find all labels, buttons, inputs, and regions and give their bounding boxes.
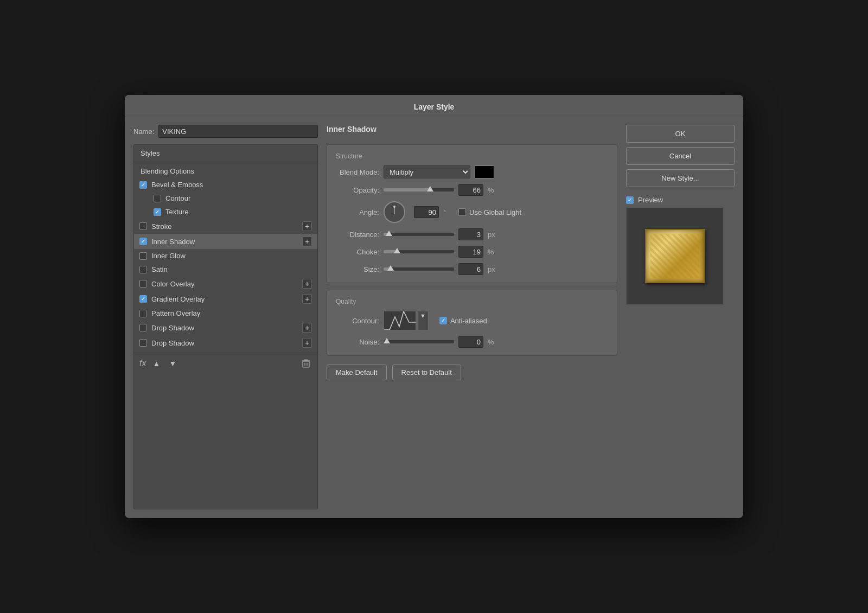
sidebar-item-drop-shadow-2[interactable]: Drop Shadow +	[134, 335, 317, 350]
styles-panel: Styles Blending Options Bevel & Emboss	[133, 144, 318, 509]
contour-dropdown[interactable]: ▼	[417, 311, 429, 330]
structure-section: Structure Blend Mode: Multiply Normal Sc…	[327, 144, 617, 283]
size-slider-container	[384, 267, 454, 271]
choke-slider[interactable]	[384, 250, 454, 253]
inner-glow-checkbox[interactable]	[139, 252, 147, 260]
preview-label-row: Preview	[626, 196, 735, 204]
move-down-button[interactable]: ▼	[167, 357, 178, 369]
cancel-button[interactable]: Cancel	[626, 147, 735, 165]
sidebar-item-stroke[interactable]: Stroke +	[134, 219, 317, 234]
pattern-overlay-label: Pattern Overlay	[151, 309, 312, 317]
distance-label: Distance:	[336, 231, 379, 239]
gradient-overlay-add-button[interactable]: +	[302, 294, 312, 304]
right-panel: OK Cancel New Style... Preview	[626, 125, 735, 509]
sidebar-item-texture[interactable]: Texture	[134, 205, 317, 219]
inner-glow-label: Inner Glow	[151, 252, 312, 260]
color-overlay-label: Color Overlay	[151, 280, 298, 288]
dialog-title: Layer Style	[125, 95, 743, 117]
stroke-checkbox[interactable]	[139, 222, 147, 230]
panel-footer: fx ▲ ▼	[134, 353, 317, 374]
layer-style-dialog: Layer Style Name: Styles Blending Option…	[125, 95, 743, 518]
ok-button[interactable]: OK	[626, 125, 735, 143]
reset-to-default-button[interactable]: Reset to Default	[392, 365, 461, 380]
drop-shadow-1-add-button[interactable]: +	[302, 323, 312, 333]
contour-preview[interactable]	[384, 311, 416, 330]
svg-rect-4	[304, 360, 308, 361]
anti-aliased-row[interactable]: Anti-aliased	[439, 317, 487, 325]
quality-section: Quality Contour: ▼ Anti-alia	[327, 290, 617, 356]
angle-dial[interactable]	[384, 201, 405, 223]
inner-shadow-add-button[interactable]: +	[302, 237, 312, 246]
stroke-add-button[interactable]: +	[302, 221, 312, 231]
color-overlay-checkbox[interactable]	[139, 280, 147, 288]
structure-label: Structure	[336, 152, 608, 160]
noise-unit: %	[488, 338, 499, 346]
inner-shadow-checkbox[interactable]	[139, 238, 147, 245]
drop-shadow-2-checkbox[interactable]	[139, 339, 147, 347]
sidebar-item-bevel-emboss[interactable]: Bevel & Emboss	[134, 178, 317, 191]
size-label: Size:	[336, 265, 379, 273]
anti-aliased-checkbox[interactable]	[439, 317, 447, 324]
move-up-button[interactable]: ▲	[150, 357, 162, 369]
distance-slider[interactable]	[384, 233, 454, 236]
color-overlay-add-button[interactable]: +	[302, 279, 312, 289]
sidebar-item-inner-glow[interactable]: Inner Glow	[134, 249, 317, 263]
size-row: Size: px	[336, 263, 608, 275]
choke-slider-container	[384, 250, 454, 253]
texture-checkbox[interactable]	[154, 208, 161, 216]
stroke-label: Stroke	[151, 222, 298, 231]
center-panel: Inner Shadow Structure Blend Mode: Multi…	[318, 125, 626, 509]
blend-mode-label: Blend Mode:	[336, 168, 379, 176]
texture-label: Texture	[165, 208, 312, 216]
drop-shadow-2-add-button[interactable]: +	[302, 338, 312, 348]
contour-checkbox[interactable]	[154, 195, 161, 202]
choke-input[interactable]	[458, 246, 483, 258]
angle-row: Angle: ° Use Global Light	[336, 201, 608, 223]
angle-label: Angle:	[336, 208, 379, 216]
distance-row: Distance: px	[336, 228, 608, 240]
opacity-slider[interactable]	[384, 188, 454, 191]
name-input[interactable]	[158, 125, 318, 138]
satin-label: Satin	[151, 265, 312, 273]
distance-input[interactable]	[458, 228, 483, 240]
angle-dot	[393, 206, 395, 208]
opacity-label: Opacity:	[336, 186, 379, 194]
noise-slider[interactable]	[384, 340, 454, 343]
angle-indicator	[394, 207, 395, 214]
bevel-emboss-checkbox[interactable]	[139, 181, 147, 189]
size-slider[interactable]	[384, 267, 454, 271]
sidebar-item-contour[interactable]: Contour	[134, 191, 317, 205]
blend-color-swatch[interactable]	[475, 165, 494, 178]
choke-unit: %	[488, 248, 499, 256]
pattern-overlay-checkbox[interactable]	[139, 310, 147, 317]
inner-shadow-title: Inner Shadow	[327, 125, 617, 133]
drop-shadow-1-label: Drop Shadow	[151, 324, 298, 332]
make-default-button[interactable]: Make Default	[327, 365, 387, 380]
use-global-light-label: Use Global Light	[469, 208, 521, 216]
new-style-button[interactable]: New Style...	[626, 169, 735, 187]
sidebar-item-blending-options[interactable]: Blending Options	[134, 164, 317, 178]
size-input[interactable]	[458, 263, 483, 275]
satin-checkbox[interactable]	[139, 266, 147, 273]
use-global-light-checkbox[interactable]	[458, 208, 466, 216]
delete-button[interactable]	[300, 357, 312, 369]
sidebar-item-pattern-overlay[interactable]: Pattern Overlay	[134, 306, 317, 320]
angle-input[interactable]	[414, 206, 439, 218]
noise-input[interactable]	[458, 336, 483, 348]
sidebar-item-inner-shadow[interactable]: Inner Shadow +	[134, 234, 317, 249]
gradient-overlay-label: Gradient Overlay	[151, 295, 298, 303]
use-global-light-row[interactable]: Use Global Light	[458, 208, 521, 216]
opacity-slider-container	[384, 188, 454, 191]
opacity-row: Opacity: %	[336, 184, 608, 196]
sidebar-item-satin[interactable]: Satin	[134, 263, 317, 276]
sidebar-item-drop-shadow-1[interactable]: Drop Shadow +	[134, 320, 317, 335]
sidebar-item-gradient-overlay[interactable]: Gradient Overlay +	[134, 291, 317, 306]
preview-checkbox[interactable]	[626, 196, 634, 204]
contour-label-form: Contour:	[336, 317, 379, 325]
sidebar-item-color-overlay[interactable]: Color Overlay +	[134, 276, 317, 291]
opacity-input[interactable]	[458, 184, 483, 196]
drop-shadow-1-checkbox[interactable]	[139, 324, 147, 331]
blend-mode-select[interactable]: Multiply Normal Screen Overlay	[384, 165, 470, 178]
contour-label: Contour	[165, 194, 312, 202]
gradient-overlay-checkbox[interactable]	[139, 295, 147, 303]
